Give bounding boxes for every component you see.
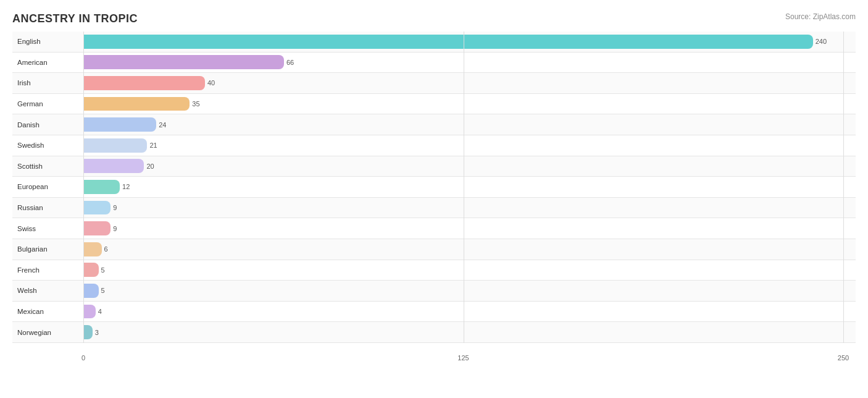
bar-value: 24 <box>159 121 166 129</box>
bar-label: Bulgarian <box>17 245 48 253</box>
bar-track <box>83 138 147 153</box>
bar-value: 5 <box>101 266 105 274</box>
bar-track <box>83 263 99 277</box>
bar-label: American <box>17 59 48 66</box>
bar-label: French <box>17 266 40 274</box>
chart-area: English240American66Irish40German35Danis… <box>12 32 856 362</box>
chart-container: ANCESTRY IN TROPIC Source: ZipAtlas.com … <box>0 0 868 398</box>
bar-label: European <box>17 183 48 190</box>
bar-value: 240 <box>816 38 827 45</box>
axis-label: 250 <box>838 354 849 362</box>
bar-value: 6 <box>104 245 108 253</box>
bar-label: Swedish <box>17 142 44 149</box>
bar-value: 35 <box>192 100 199 108</box>
bar-track <box>83 201 111 215</box>
bar-value: 21 <box>149 142 157 149</box>
bar-track <box>83 284 99 298</box>
chart-title: ANCESTRY IN TROPIC <box>12 12 856 25</box>
axis-label: 125 <box>457 354 469 362</box>
bar-label: Mexican <box>17 308 44 315</box>
bar-track <box>83 325 93 339</box>
source-label: Source: ZipAtlas.com <box>785 12 856 21</box>
table-row: Norwegian3 <box>12 322 856 343</box>
table-row: Russian9 <box>12 198 856 219</box>
bar-value: 4 <box>98 308 102 315</box>
table-row: Scottish20 <box>12 156 856 177</box>
bar-track <box>83 159 144 173</box>
bar-value: 66 <box>286 59 294 66</box>
table-row: Swedish21 <box>12 135 856 156</box>
table-row: Bulgarian6 <box>12 239 856 260</box>
table-row: German35 <box>12 94 856 115</box>
table-row: American66 <box>12 53 856 74</box>
bar-label: English <box>17 38 41 45</box>
grid-line <box>464 32 464 343</box>
bar-track <box>83 35 813 49</box>
table-row: Danish24 <box>12 114 856 135</box>
bar-value: 40 <box>207 79 215 87</box>
bar-track <box>83 180 120 194</box>
bar-value: 3 <box>95 329 99 336</box>
table-row: Irish40 <box>12 73 856 94</box>
bar-track <box>83 305 96 319</box>
bar-track <box>83 242 102 256</box>
bar-track <box>83 117 156 132</box>
bar-label: Norwegian <box>17 329 51 336</box>
bar-label: Scottish <box>17 163 43 170</box>
bar-label: Swiss <box>17 225 36 232</box>
table-row: Welsh5 <box>12 281 856 302</box>
bar-value: 12 <box>122 183 130 190</box>
bar-track <box>83 76 205 90</box>
bar-value: 9 <box>113 225 117 232</box>
table-row: English240 <box>12 32 856 53</box>
bar-label: Danish <box>17 121 40 129</box>
table-row: European12 <box>12 177 856 198</box>
bars-section: English240American66Irish40German35Danis… <box>12 32 856 343</box>
bar-value: 5 <box>101 287 105 294</box>
bar-track <box>83 97 190 111</box>
table-row: Swiss9 <box>12 218 856 239</box>
bar-label: Welsh <box>17 287 37 294</box>
table-row: French5 <box>12 260 856 281</box>
bar-track <box>83 221 111 235</box>
bar-value: 9 <box>113 204 117 211</box>
grid-line <box>843 32 844 343</box>
grid-line <box>83 32 84 343</box>
bar-value: 20 <box>146 163 154 170</box>
bar-label: German <box>17 100 43 108</box>
bar-label: Russian <box>17 204 43 211</box>
bar-track <box>83 55 284 69</box>
axis-label: 0 <box>81 354 85 362</box>
bar-label: Irish <box>17 79 31 87</box>
table-row: Mexican4 <box>12 302 856 323</box>
